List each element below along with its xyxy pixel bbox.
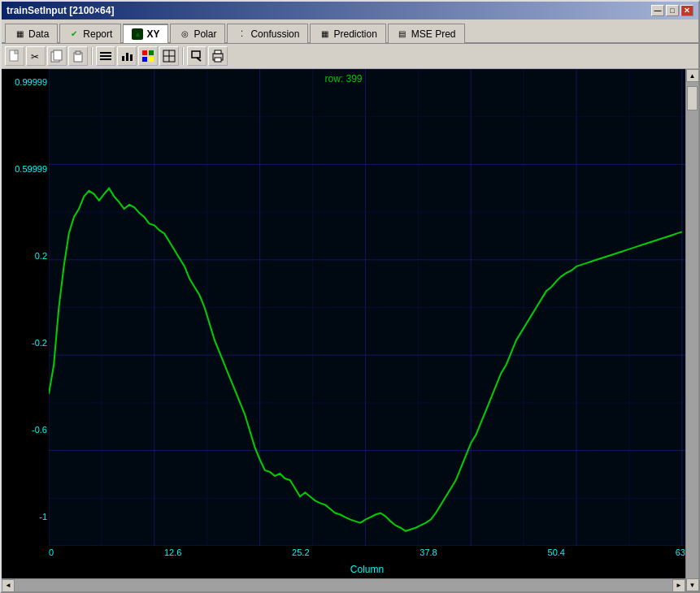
window-controls: — □ ✕ <box>651 5 693 16</box>
xy-icon: ▲ <box>132 28 143 40</box>
sep2 <box>182 47 184 65</box>
grid-icon: ▦ <box>14 28 25 40</box>
svg-text:✂: ✂ <box>31 51 39 63</box>
svg-rect-6 <box>76 51 80 54</box>
cut-button[interactable]: ✂ <box>26 46 46 66</box>
svg-rect-23 <box>215 50 221 54</box>
zoom-button[interactable] <box>187 46 207 66</box>
copy-button[interactable] <box>47 46 67 66</box>
pred-icon: ▦ <box>319 28 330 40</box>
colors-button[interactable] <box>138 46 158 66</box>
check-icon: ✔ <box>68 28 80 40</box>
y-label-4: -0.2 <box>3 338 47 348</box>
svg-rect-13 <box>142 50 147 55</box>
bars-button[interactable] <box>117 46 137 66</box>
tab-prediction-label: Prediction <box>333 28 376 40</box>
v-scroll-up-button[interactable]: ▲ <box>686 69 699 82</box>
dots-icon: ⁚ <box>236 28 247 40</box>
tab-xy-label: XY <box>146 28 159 40</box>
y-label-6: -1 <box>3 512 47 522</box>
chart-inner: row: 399 0.99999 0.59999 0.2 -0.2 -0.6 -… <box>2 69 685 546</box>
row-label: row: 399 <box>324 73 362 84</box>
v-scroll-track[interactable] <box>686 82 698 578</box>
svg-rect-11 <box>126 53 128 61</box>
svg-rect-20 <box>192 51 200 58</box>
print-icon <box>211 50 224 63</box>
h-scroll-track[interactable] <box>15 579 672 591</box>
tab-prediction[interactable]: ▦ Prediction <box>310 24 385 43</box>
h-scroll-right-button[interactable]: ► <box>672 579 685 592</box>
new-button[interactable] <box>5 46 24 66</box>
tab-data[interactable]: ▦ Data <box>5 24 58 43</box>
zoom-icon <box>190 50 203 63</box>
svg-rect-15 <box>142 57 147 62</box>
svg-rect-16 <box>149 57 154 62</box>
tab-polar[interactable]: ◎ Polar <box>170 24 225 43</box>
svg-rect-10 <box>122 56 124 61</box>
mse-icon: ▤ <box>397 28 408 40</box>
close-button[interactable]: ✕ <box>680 5 693 16</box>
grid-button[interactable] <box>159 46 179 66</box>
polar-icon: ◎ <box>179 28 190 40</box>
svg-rect-24 <box>215 58 221 62</box>
main-window: trainSetInput [2100×64] — □ ✕ ▦ Data ✔ R… <box>0 0 700 593</box>
v-scroll-down-button[interactable]: ▼ <box>686 578 699 591</box>
tab-xy[interactable]: ▲ XY <box>123 24 168 43</box>
title-bar: trainSetInput [2100×64] — □ ✕ <box>2 2 698 19</box>
print-button[interactable] <box>208 46 228 66</box>
x-label-50: 50.4 <box>548 548 565 562</box>
content-area: row: 399 0.99999 0.59999 0.2 -0.2 -0.6 -… <box>2 69 698 591</box>
y-label-2: 0.59999 <box>3 164 47 174</box>
y-label-5: -0.6 <box>3 425 47 435</box>
lines-icon <box>99 50 112 63</box>
window-title: trainSetInput [2100×64] <box>7 5 114 16</box>
tab-polar-label: Polar <box>193 28 216 40</box>
chart-plot-area[interactable] <box>49 69 685 546</box>
x-axis-title: Column <box>2 562 685 578</box>
sep1 <box>91 47 93 65</box>
cut-icon: ✂ <box>29 50 42 63</box>
x-label-0: 0 <box>49 548 54 562</box>
tab-data-label: Data <box>28 28 49 40</box>
svg-rect-1 <box>15 50 18 54</box>
minimize-button[interactable]: — <box>651 5 664 16</box>
bars-icon <box>120 50 133 63</box>
y-label-3: 0.2 <box>3 251 47 261</box>
tab-report-label: Report <box>83 28 112 40</box>
y-label-1: 0.99999 <box>3 77 47 87</box>
tab-report[interactable]: ✔ Report <box>59 24 121 43</box>
maximize-button[interactable]: □ <box>666 5 679 16</box>
svg-rect-14 <box>149 50 154 55</box>
svg-rect-12 <box>130 54 133 61</box>
tab-bar: ▦ Data ✔ Report ▲ XY ◎ Polar ⁚ Confussio… <box>2 19 698 44</box>
paste-button[interactable] <box>68 46 88 66</box>
tab-mse-pred[interactable]: ▤ MSE Pred <box>388 24 465 43</box>
tab-confusion-label: Confussion <box>250 28 299 40</box>
tab-mse-label: MSE Pred <box>411 28 456 40</box>
x-label-63: 63 <box>676 548 685 562</box>
v-scrollbar: ▲ ▼ <box>685 69 698 591</box>
lines-button[interactable] <box>96 46 115 66</box>
colors-icon <box>141 50 154 63</box>
chart-container: row: 399 0.99999 0.59999 0.2 -0.2 -0.6 -… <box>2 69 685 591</box>
x-label-12: 12.6 <box>164 548 181 562</box>
h-scrollbar: ◄ ► <box>2 578 685 591</box>
grid-icon2 <box>163 50 176 63</box>
svg-rect-4 <box>54 50 62 60</box>
paste-icon <box>72 50 85 63</box>
toolbar: ✂ <box>2 44 698 69</box>
copy-icon <box>50 50 63 63</box>
v-scroll-thumb[interactable] <box>687 86 698 110</box>
y-axis: 0.99999 0.59999 0.2 -0.2 -0.6 -1 <box>2 69 49 546</box>
new-icon <box>8 50 21 63</box>
chart-svg <box>49 69 685 546</box>
x-axis-labels: 0 12.6 25.2 37.8 50.4 63 <box>2 546 685 562</box>
h-scroll-left-button[interactable]: ◄ <box>2 579 15 592</box>
tab-confusion[interactable]: ⁚ Confussion <box>227 24 308 43</box>
x-label-25: 25.2 <box>292 548 309 562</box>
x-label-37: 37.8 <box>420 548 437 562</box>
